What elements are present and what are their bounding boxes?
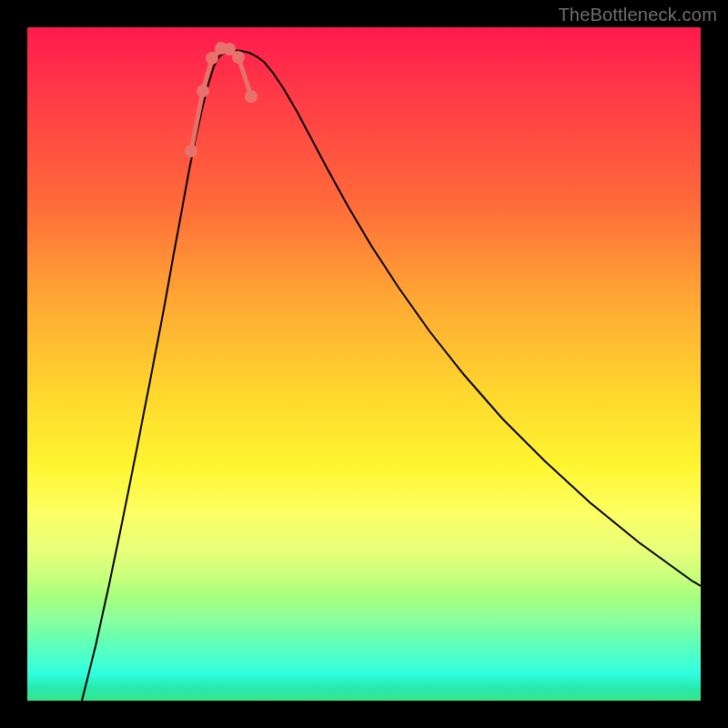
marker-point xyxy=(185,145,197,157)
plot-area xyxy=(27,27,701,701)
marker-point xyxy=(232,51,245,64)
chart-frame: TheBottleneck.com xyxy=(0,0,728,728)
marker-connector xyxy=(191,48,251,151)
marker-point xyxy=(206,52,218,65)
watermark: TheBottleneck.com xyxy=(558,5,717,25)
curve-svg xyxy=(27,27,701,701)
marker-point xyxy=(197,85,209,97)
bottleneck-curve xyxy=(82,50,701,701)
marker-point xyxy=(245,90,258,103)
